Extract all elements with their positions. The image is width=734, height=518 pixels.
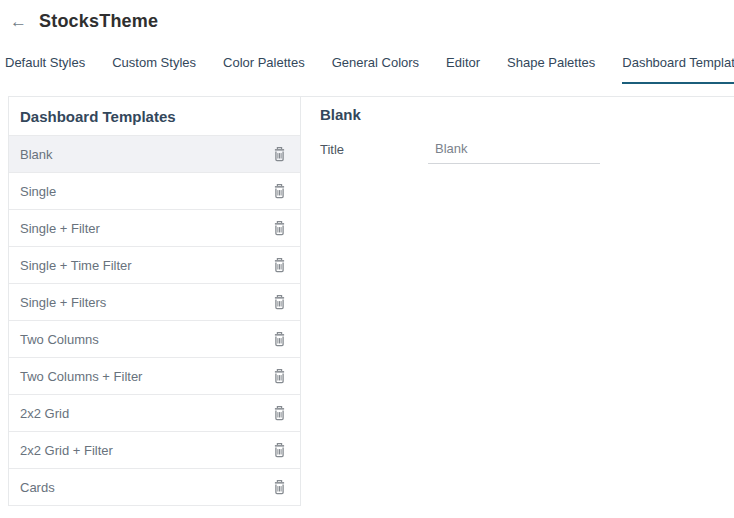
list-item-2x2-grid[interactable]: 2x2 Grid xyxy=(9,395,300,432)
title-field-label: Title xyxy=(320,139,428,157)
content-area: Dashboard Templates Blank Single Single … xyxy=(8,96,734,506)
list-item-label: Single + Filters xyxy=(20,295,271,310)
page-title: StocksTheme xyxy=(39,11,158,32)
list-item-blank[interactable]: Blank xyxy=(9,136,300,173)
trash-icon[interactable] xyxy=(271,368,287,385)
title-input[interactable] xyxy=(428,139,600,164)
panel-title: Dashboard Templates xyxy=(9,97,300,136)
list-item-single-filters[interactable]: Single + Filters xyxy=(9,284,300,321)
title-field-row: Title xyxy=(320,139,734,164)
trash-icon[interactable] xyxy=(271,479,287,496)
list-item-label: Two Columns xyxy=(20,332,271,347)
tab-default-styles[interactable]: Default Styles xyxy=(5,51,85,84)
list-item-single-filter[interactable]: Single + Filter xyxy=(9,210,300,247)
tab-bar: Default Styles Custom Styles Color Palet… xyxy=(0,51,734,84)
list-item-two-columns-filter[interactable]: Two Columns + Filter xyxy=(9,358,300,395)
tab-editor[interactable]: Editor xyxy=(446,51,480,84)
list-item-single[interactable]: Single xyxy=(9,173,300,210)
list-item-label: Single + Time Filter xyxy=(20,258,271,273)
trash-icon[interactable] xyxy=(271,331,287,348)
tab-dashboard-templates[interactable]: Dashboard Templates xyxy=(622,51,734,84)
trash-icon[interactable] xyxy=(271,146,287,163)
detail-heading: Blank xyxy=(320,106,734,123)
list-item-label: Two Columns + Filter xyxy=(20,369,271,384)
list-item-label: Single xyxy=(20,184,271,199)
list-item-label: Cards xyxy=(20,480,271,495)
tab-general-colors[interactable]: General Colors xyxy=(332,51,419,84)
trash-icon[interactable] xyxy=(271,405,287,422)
template-detail-panel: Blank Title xyxy=(301,97,734,164)
tab-shape-palettes[interactable]: Shape Palettes xyxy=(507,51,595,84)
trash-icon[interactable] xyxy=(271,220,287,237)
list-item-label: Single + Filter xyxy=(20,221,271,236)
list-item-label: 2x2 Grid + Filter xyxy=(20,443,271,458)
list-item-2x2-grid-filter[interactable]: 2x2 Grid + Filter xyxy=(9,432,300,469)
back-arrow-icon[interactable]: ← xyxy=(10,12,30,32)
dashboard-templates-panel: Dashboard Templates Blank Single Single … xyxy=(8,97,301,506)
theme-studio-screen: ← StocksTheme Default Styles Custom Styl… xyxy=(0,0,734,518)
trash-icon[interactable] xyxy=(271,294,287,311)
list-item-label: Blank xyxy=(20,147,271,162)
list-item-cards[interactable]: Cards xyxy=(9,469,300,506)
trash-icon[interactable] xyxy=(271,257,287,274)
list-item-single-time-filter[interactable]: Single + Time Filter xyxy=(9,247,300,284)
trash-icon[interactable] xyxy=(271,442,287,459)
tab-custom-styles[interactable]: Custom Styles xyxy=(112,51,196,84)
trash-icon[interactable] xyxy=(271,183,287,200)
list-item-label: 2x2 Grid xyxy=(20,406,271,421)
list-item-two-columns[interactable]: Two Columns xyxy=(9,321,300,358)
tab-color-palettes[interactable]: Color Palettes xyxy=(223,51,305,84)
app-header: ← StocksTheme xyxy=(0,0,734,36)
